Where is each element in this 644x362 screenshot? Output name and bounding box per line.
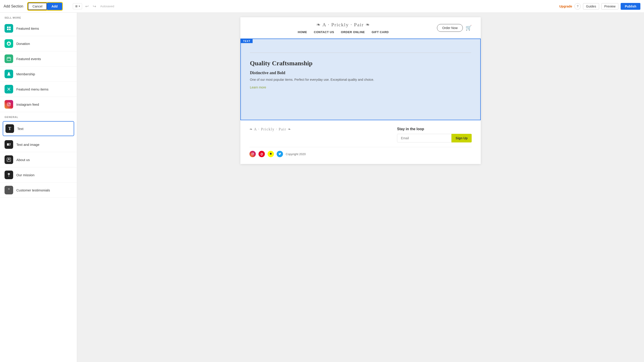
top-bar-left: Add Section Cancel Add [4,2,63,11]
cancel-button[interactable]: Cancel [28,3,47,10]
featured-menu-icon [4,85,13,94]
content-area: ❧ A · Prickly · Pair ❧ HOME CONTACT US O… [77,13,644,362]
monitor-icon: 🖥 [75,4,78,8]
text-badge: TEXT [241,39,252,43]
sidebar-item-featured-menu[interactable]: Featured menu items [0,82,77,97]
section-divider [250,52,471,53]
sidebar-item-about-us[interactable]: About us [0,152,77,168]
autosaved-label: Autosaved [100,4,114,8]
learn-more-link[interactable]: Learn more [250,86,266,89]
footer-top: ❧ A · Prickly · Pair ❧ Stay in the loop … [250,127,472,147]
svg-rect-2 [7,28,8,30]
copyright: Copyright 2020 [286,152,306,156]
site-nav: HOME CONTACT US ORDER ONLINE GIFT CARD [298,30,389,34]
site-logo-area: ❧ A · Prickly · Pair ❧ HOME CONTACT US O… [298,22,389,34]
instagram-icon [4,100,13,109]
featured-items-icon [4,24,13,33]
svg-rect-3 [9,28,11,30]
svg-point-21 [252,154,253,154]
sidebar-item-donation[interactable]: Donation [0,36,77,51]
svg-rect-0 [7,26,8,28]
upgrade-button[interactable]: Upgrade [559,4,572,8]
svg-rect-16 [9,144,11,145]
footer-bottom: Copyright 2020 [250,147,472,157]
svg-point-8 [8,72,10,74]
sidebar: SELL MORE Featured items Donation Featur… [0,13,77,362]
sidebar-item-featured-events[interactable]: Featured events [0,51,77,66]
cart-icon[interactable]: 🛒 [466,25,472,31]
about-us-label: About us [16,158,30,162]
add-button[interactable]: Add [47,3,62,10]
testimonials-icon: " [4,186,13,194]
donation-icon [4,39,13,48]
sidebar-item-text-image[interactable]: Text and image [0,137,77,152]
our-mission-icon [4,170,13,179]
site-header: ❧ A · Prickly · Pair ❧ HOME CONTACT US O… [240,17,481,38]
undo-button[interactable]: ↩ [84,3,90,10]
section-body: One of our most popular items. Perfect f… [250,77,471,82]
social-pinterest[interactable] [258,151,265,157]
svg-rect-5 [8,57,8,58]
website-preview: ❧ A · Prickly · Pair ❧ HOME CONTACT US O… [240,17,481,164]
social-twitter[interactable] [277,151,283,157]
undo-redo-group: ↩ ↪ [84,3,98,10]
redo-button[interactable]: ↪ [92,3,98,10]
help-button[interactable]: ? [574,3,581,10]
main-layout: SELL MORE Featured items Donation Featur… [0,13,644,362]
device-selector[interactable]: 🖥 ▾ [73,3,82,9]
featured-events-label: Featured events [16,57,41,61]
sidebar-item-text[interactable]: T Text [3,121,74,136]
featured-events-icon [4,54,13,63]
svg-rect-14 [7,143,9,146]
text-icon: T [6,124,14,133]
social-instagram[interactable] [250,151,256,157]
text-label: Text [17,127,24,131]
section-subheading: Distinctive and Bold [250,70,471,75]
email-row: Sign Up [397,134,472,142]
svg-point-12 [8,104,10,105]
svg-point-19 [8,158,9,160]
sidebar-item-membership[interactable]: Membership [0,66,77,82]
chevron-down-icon: ▾ [79,5,80,8]
email-input[interactable] [397,134,452,142]
top-bar-center: 🖥 ▾ ↩ ↪ Autosaved [66,3,556,10]
guides-button[interactable]: Guides [583,3,599,10]
newsletter-heading: Stay in the loop [397,127,472,131]
footer-newsletter: Stay in the loop Sign Up [397,127,472,142]
membership-icon [4,70,13,78]
sidebar-item-instagram[interactable]: Instagram feed [0,97,77,112]
membership-label: Membership [16,72,35,76]
nav-home[interactable]: HOME [298,30,307,34]
header-right: Order Now 🛒 [437,24,472,32]
top-bar-right: Upgrade ? Guides Preview Publish [559,3,640,10]
publish-button[interactable]: Publish [621,3,640,10]
social-snapchat[interactable] [268,151,274,157]
svg-point-13 [10,103,10,104]
featured-menu-label: Featured menu items [16,87,48,91]
general-label: GENERAL [0,112,77,120]
svg-point-22 [253,153,253,153]
about-us-icon [4,155,13,164]
nav-gift[interactable]: GIFT CARD [372,30,389,34]
donation-label: Donation [16,42,30,46]
footer-logo: ❧ A · Prickly · Pair ❧ [250,127,291,131]
text-section: TEXT Quality Craftsmanship Distinctive a… [240,38,481,120]
sidebar-item-our-mission[interactable]: Our mission [0,168,77,182]
nav-order[interactable]: ORDER ONLINE [341,30,365,34]
signup-button[interactable]: Sign Up [452,134,472,142]
cancel-add-wrapper: Cancel Add [27,2,63,11]
nav-contact[interactable]: CONTACT US [314,30,334,34]
svg-rect-15 [9,143,11,144]
svg-rect-1 [9,26,11,28]
sidebar-item-featured-items[interactable]: Featured items [0,21,77,36]
order-now-button[interactable]: Order Now [437,24,463,32]
preview-button[interactable]: Preview [601,3,618,10]
svg-rect-17 [9,145,10,146]
testimonials-label: Customer testimonials [16,188,50,192]
site-footer: ❧ A · Prickly · Pair ❧ Stay in the loop … [240,120,481,164]
svg-rect-4 [7,58,11,60]
our-mission-label: Our mission [16,173,34,177]
top-bar: Add Section Cancel Add 🖥 ▾ ↩ ↪ Autosaved… [0,0,644,13]
section-heading: Quality Craftsmanship [250,60,471,67]
sidebar-item-testimonials[interactable]: " Customer testimonials [0,182,77,198]
